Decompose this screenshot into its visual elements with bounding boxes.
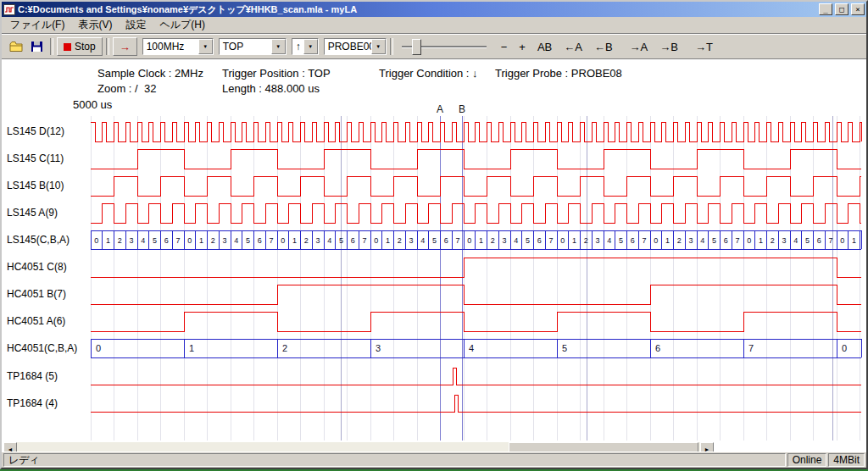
bus-value: 1 [189, 343, 194, 353]
bus-value: 6 [537, 236, 542, 245]
minimize-button[interactable]: _ [819, 3, 832, 15]
menu-help[interactable]: ヘルプ(H) [153, 16, 212, 34]
bus-value: 5 [712, 236, 716, 245]
folder-icon [9, 41, 23, 53]
bus-value: 2 [491, 236, 495, 245]
marker-label: B [459, 103, 465, 115]
bus-value: 7 [270, 236, 274, 245]
marker-label: A [437, 103, 443, 115]
menu-file[interactable]: ファイル(F) [3, 16, 71, 34]
bus-value: 6 [655, 343, 660, 353]
stop-button[interactable]: Stop [57, 37, 103, 56]
bus-value: 3 [316, 236, 320, 245]
waveform-area[interactable]: Sample Clock : 2MHz Trigger Position : T… [2, 59, 866, 452]
toolbar-separator [106, 38, 109, 55]
bus-value: 3 [376, 343, 381, 353]
scroll-left-button[interactable]: ◄ [3, 442, 17, 452]
menu-settings[interactable]: 設定 [119, 16, 153, 34]
chevron-down-icon[interactable]: ▼ [271, 39, 286, 54]
jump-left-to-a-button[interactable]: ←A [561, 40, 585, 54]
scroll-right-button[interactable]: ► [700, 442, 714, 452]
app-icon [3, 4, 15, 15]
floppy-icon [31, 41, 43, 53]
bus-value: 3 [409, 236, 414, 245]
bus-value: 0 [654, 236, 658, 245]
channel-label: HC4051 A(6) [7, 315, 65, 327]
bus-value: 3 [596, 236, 600, 245]
zoom-slider[interactable] [400, 37, 488, 56]
bus-value: 3 [503, 236, 507, 245]
chevron-down-icon[interactable]: ▼ [198, 39, 213, 54]
bus-value: 6 [631, 236, 635, 245]
stop-button-label: Stop [75, 41, 96, 53]
channel-label: LS145 A(9) [7, 207, 58, 219]
jump-right-to-a-button[interactable]: →A [627, 40, 651, 54]
channel-label: TP1684 (5) [7, 370, 58, 382]
status-message: レディ [3, 453, 786, 467]
bus-value: 0 [281, 236, 285, 245]
jump-to-trigger-button[interactable]: →T [693, 40, 715, 54]
channel-label: LS145 B(10) [7, 180, 64, 191]
bus-value: 2 [584, 236, 588, 245]
sample-clock-value: 100MHz [143, 39, 198, 54]
bus-value: 1 [106, 236, 110, 245]
bus-value: 2 [304, 236, 309, 245]
trigger-edge-select[interactable]: ↑ ▼ [292, 38, 319, 55]
jump-right-to-b-button[interactable]: →B [657, 40, 681, 54]
open-file-button[interactable] [6, 37, 26, 56]
ab-range-button[interactable]: AB [535, 40, 554, 54]
trigger-probe-info: Trigger Probe : PROBE08 [495, 67, 622, 80]
jump-left-to-b-button[interactable]: ←B [592, 40, 615, 54]
channel-label: HC4051(C,B,A) [7, 342, 77, 354]
chevron-down-icon[interactable]: ▼ [303, 39, 318, 54]
slider-thumb[interactable] [412, 39, 421, 55]
scrollbar-track[interactable] [17, 442, 700, 452]
bus-value: 0 [747, 236, 751, 245]
bus-value: 7 [363, 236, 367, 245]
bus-value: 6 [258, 236, 262, 245]
trigger-position-select[interactable]: TOP ▼ [219, 38, 287, 55]
maximize-button[interactable]: □ [835, 3, 849, 15]
menu-view[interactable]: 表示(V) [71, 16, 119, 34]
bus-value: 0 [96, 343, 101, 353]
bus-value: 6 [164, 236, 169, 245]
run-button[interactable]: → [113, 37, 137, 56]
window-title: C:¥Documents and Settings¥noname¥デスクトップ¥… [18, 3, 816, 16]
bus-value: 3 [689, 236, 693, 245]
bus-value: 3 [130, 236, 134, 245]
channel-label: TP1684 (4) [7, 397, 58, 409]
bus-value: 4 [700, 236, 704, 245]
trigger-probe-select[interactable]: PROBE00 ▼ [324, 38, 387, 55]
bus-value: 4 [514, 236, 518, 245]
channel-label: LS145 C(11) [7, 152, 64, 164]
bus-value: 1 [386, 236, 390, 245]
bus-value: 0 [374, 236, 378, 245]
toolbar-separator [390, 38, 393, 55]
bus-value: 4 [327, 236, 331, 245]
bus-value: 5 [526, 236, 530, 245]
bus-value: 0 [842, 343, 847, 353]
zoom-in-button[interactable]: + [516, 40, 528, 54]
scrollbar-thumb[interactable] [509, 442, 698, 452]
bus-value: 1 [479, 236, 483, 245]
horizontal-scrollbar[interactable]: ◄ ► [3, 442, 714, 452]
chevron-down-icon[interactable]: ▼ [371, 39, 386, 54]
save-button[interactable] [26, 37, 47, 56]
sample-clock-select[interactable]: 100MHz ▼ [142, 38, 214, 55]
bus-value: 4 [234, 236, 238, 245]
bus-value: 6 [444, 236, 448, 245]
bus-value: 6 [724, 236, 728, 245]
bus-value: 4 [793, 236, 798, 245]
channel-label: HC4051 B(7) [7, 288, 66, 300]
close-button[interactable]: × [851, 3, 865, 15]
sample-clock-info: Sample Clock : 2MHz [97, 67, 203, 80]
run-arrow-icon: → [120, 41, 131, 53]
bus-value: 1 [759, 236, 763, 245]
zoom-out-button[interactable]: − [498, 40, 510, 54]
bus-value: 1 [572, 236, 576, 245]
stop-icon [64, 43, 71, 51]
bus-value: 1 [852, 236, 856, 245]
bus-value: 7 [643, 236, 647, 245]
trigger-position-info: Trigger Position : TOP [222, 67, 331, 80]
bus-value: 2 [771, 236, 775, 245]
